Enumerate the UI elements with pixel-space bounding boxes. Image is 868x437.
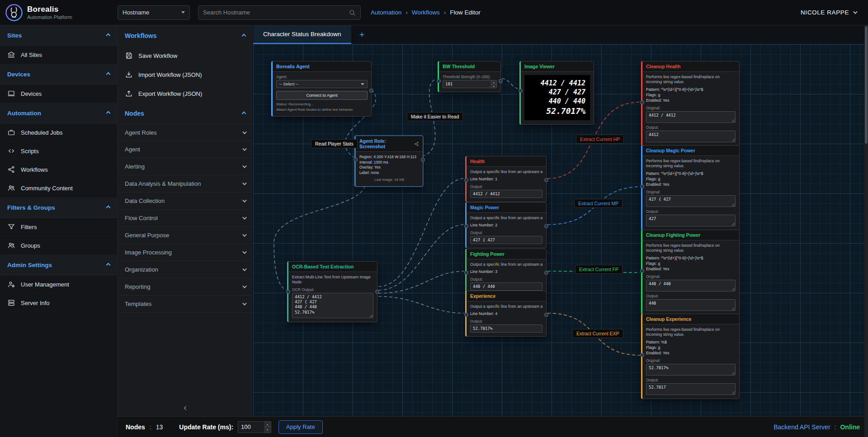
node-cleanup-health[interactable]: Cleanup Health Performs live regex-based… [641,61,740,146]
input-port[interactable] [640,184,644,188]
node-cleanup-magic-power[interactable]: Cleanup Magic Power Performs live regex-… [641,145,740,230]
node-category-organization[interactable]: Organization [118,261,253,278]
output-textarea[interactable]: 52.7017 [646,383,736,395]
output-port[interactable] [369,89,373,93]
input-port[interactable] [519,89,523,93]
connect-agent-button[interactable]: Connect to Agent [276,91,368,100]
spinner-up[interactable]: ▴ [491,80,497,85]
breadcrumb-automation[interactable]: Automation [371,9,401,16]
node-category-image-processing[interactable]: Image Processing [118,244,253,261]
sidebar-item-groups[interactable]: Groups [0,236,117,255]
original-textarea[interactable]: 427 { 427 [646,195,736,207]
original-textarea[interactable]: 440 / 440 [646,280,736,291]
sidebar-item-scheduled-jobs[interactable]: Scheduled Jobs [0,123,117,142]
node-ocr-extraction[interactable]: OCR-Based Text Extraction Extract Multi-… [287,261,377,322]
edge-label-extract-current-mp[interactable]: Extract Current MP [574,199,623,208]
add-tab-button[interactable]: + [351,25,373,44]
apply-rate-button[interactable]: Apply Rate [278,420,323,434]
ocr-output-textarea[interactable]: 4412 / 4412 427 { 427 440 / 440 52.7017% [292,293,373,318]
input-port[interactable] [464,178,468,182]
input-port[interactable] [286,290,290,294]
input-port[interactable] [640,100,644,104]
node-image-viewer[interactable]: Image Viewer 4412 / 4412 427 / 427 440 /… [519,61,594,125]
node-fighting-power[interactable]: Fighting Power Output a specific line fr… [465,249,547,295]
save-workflow-button[interactable]: Save Workflow [118,46,253,65]
import-workflow-button[interactable]: Import Workflow (JSON) [118,65,253,84]
output-port[interactable] [544,313,548,317]
node-experience[interactable]: Experience Output a specific line from a… [465,291,547,337]
edge-label-extract-current-hp[interactable]: Extract Current HP [576,135,624,144]
collapse-panel-button[interactable]: ‹ [118,398,253,416]
page-scrollbar[interactable] [864,25,868,437]
sidebar-section-automation[interactable]: Automation [0,103,117,123]
original-textarea[interactable]: 52.7017% [646,364,736,376]
sidebar-section-admin[interactable]: Admin Settings [0,255,117,275]
node-health[interactable]: Health Output a specific line from an up… [465,156,547,202]
output-port[interactable] [544,224,548,228]
sidebar-item-scripts[interactable]: Scripts [0,142,117,160]
node-agent-role-screenshot[interactable]: Agent Role: Screenshot Region: X:200 Y:4… [354,136,423,187]
edge-label-extract-current-fp[interactable]: Extract Current FP [575,265,623,274]
threshold-input[interactable] [443,80,491,88]
hostname-dropdown[interactable]: Hostname [118,5,190,20]
update-rate-input[interactable] [238,421,264,433]
sidebar-item-filters[interactable]: Filters [0,218,117,236]
node-category-agent-roles[interactable]: Agent Roles [118,124,253,141]
sidebar-section-devices[interactable]: Devices [0,64,117,85]
breadcrumb-workflows[interactable]: Workflows [412,9,440,16]
user-menu[interactable]: NICOLE RAPPE [801,9,856,16]
node-category-data-analysis[interactable]: Data Analysis & Manipulation [118,175,253,193]
output-port[interactable] [375,290,379,294]
scrollbar-thumb[interactable] [865,26,868,144]
sidebar-item-server-info[interactable]: Server Info [0,294,117,312]
input-port[interactable] [464,224,468,228]
node-magic-power[interactable]: Magic Power Output a specific line from … [465,202,547,248]
output-port[interactable] [544,271,548,275]
line-output-input[interactable] [470,236,542,244]
input-port[interactable] [640,353,644,357]
output-port[interactable] [421,158,425,162]
node-category-data-collection[interactable]: Data Collection [118,193,253,210]
sidebar-item-devices[interactable]: Devices [0,85,117,103]
panel-section-nodes[interactable]: Nodes [118,103,253,124]
sidebar-item-workflows[interactable]: Workflows [0,160,117,179]
share-icon[interactable] [414,141,419,146]
export-workflow-button[interactable]: Export Workflow (JSON) [118,84,253,103]
node-category-agent[interactable]: Agent [118,141,253,158]
input-port[interactable] [437,79,441,83]
output-port[interactable] [499,79,503,83]
spinner-down[interactable]: ▾ [264,427,271,432]
flow-canvas[interactable]: Borealis Agent Agent: -- Select -- Conne… [253,44,868,416]
node-category-flow-control[interactable]: Flow Control [118,210,253,227]
output-textarea[interactable]: 4412 [646,131,736,142]
line-output-input[interactable] [470,282,542,291]
node-cleanup-fighting-power[interactable]: Cleanup Fighting Power Performs live reg… [641,230,740,315]
node-borealis-agent[interactable]: Borealis Agent Agent: -- Select -- Conne… [271,61,372,117]
spinner-up[interactable]: ▴ [264,422,271,428]
sidebar-item-community-content[interactable]: Community Content [0,179,117,197]
edge-label-make-easier-to-read[interactable]: Make it Easier to Read [407,112,463,121]
node-category-general-purpose[interactable]: General Purpose [118,227,253,244]
input-port[interactable] [640,269,644,273]
original-textarea[interactable]: 4412 / 4412 [646,111,736,123]
search-input[interactable] [203,9,349,16]
sidebar-section-filters-groups[interactable]: Filters & Groups [0,197,117,218]
node-bw-threshold[interactable]: BW Threshold Threshold Strength (0–255):… [438,61,501,92]
tab-character-status-breakdown[interactable]: Character Status Breakdown [253,25,351,44]
sidebar-section-sites[interactable]: Sites [0,25,117,46]
sidebar-item-all-sites[interactable]: All Sites [0,46,117,64]
input-port[interactable] [464,271,468,275]
agent-select[interactable]: -- Select -- [276,80,368,88]
output-port[interactable] [544,178,548,182]
edge-label-read-player-stats[interactable]: Read Player Stats [311,139,358,148]
panel-section-workflows[interactable]: Workflows [118,25,253,46]
node-category-templates[interactable]: Templates [118,296,253,313]
input-port[interactable] [464,313,468,317]
output-textarea[interactable]: 427 [646,215,736,226]
input-port[interactable] [354,158,358,162]
node-category-reporting[interactable]: Reporting [118,278,253,296]
edge-label-extract-current-exp[interactable]: Extract Current EXP [572,329,623,338]
output-textarea[interactable]: 440 [646,299,736,311]
line-output-input[interactable] [470,190,542,198]
sidebar-item-user-management[interactable]: User Management [0,275,117,294]
